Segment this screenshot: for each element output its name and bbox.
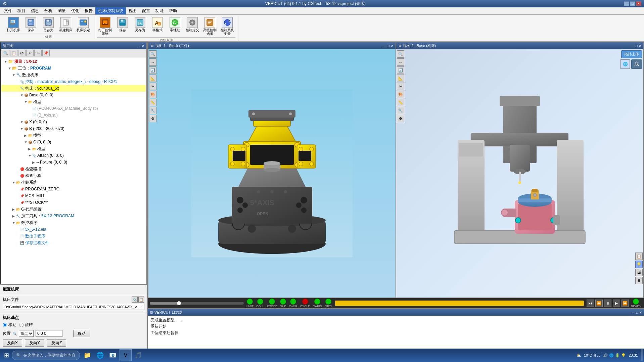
tree-undo-button[interactable]: ↩ [26, 50, 34, 56]
tree-item-check-run[interactable]: 🔴 检查行程 [1, 172, 146, 179]
tree-item-project[interactable]: ▼ 📁 项目：5X-12 [1, 58, 146, 65]
move-radio-input[interactable] [3, 323, 7, 327]
tree-item-subprog[interactable]: 📄 数控子程序 [1, 233, 146, 239]
tree-expander-base[interactable]: ▼ [20, 93, 24, 98]
view1-tb-btn6[interactable]: 🎨 [149, 91, 156, 98]
tree-expander-tools[interactable]: ▶ [12, 214, 16, 219]
tree-item-caxis[interactable]: ▼ 📦 C (0, 0, 0) [1, 139, 146, 145]
view2-right-btn2[interactable]: 💡 [635, 261, 643, 268]
tree-item-xaxis[interactable]: ▼ 📦 X (0, 0, 0) [1, 119, 146, 125]
view1-tb-btn3[interactable]: 🔄 [149, 66, 156, 74]
view1-tb-btn4[interactable]: 📐 [149, 75, 156, 82]
view2-tb-btn4[interactable]: 📐 [397, 75, 404, 82]
tree-item-fixture[interactable]: ▶ ⇒ Fixture (0, 0, 0) [1, 159, 146, 166]
tree-item-nc-programs[interactable]: ▼ 📂 数控程序 [1, 219, 146, 226]
tree-item-machine-ref[interactable]: 🔧 机床：vcu400a_5x [1, 85, 146, 92]
tree-item-program-zero[interactable]: 📌 PROGRAM_ZERO [1, 186, 146, 192]
tree-expander-nc[interactable]: ▼ [12, 220, 16, 225]
taskbar-app4[interactable]: V [120, 349, 132, 361]
menu-analysis[interactable]: 分析 [42, 7, 55, 14]
tree-toolbar-btn3[interactable]: 🗂 [18, 50, 26, 56]
tree-expander-xaxis[interactable]: ▼ [20, 120, 24, 125]
open-control-button[interactable]: 打开控制系统 [97, 16, 113, 37]
tree-item-gcode[interactable]: ▶ 📂 G-代码编置 [1, 206, 146, 213]
start-button[interactable]: ⊞ [1, 350, 12, 360]
play-button[interactable]: ▶ [613, 300, 620, 307]
rewind-to-start-button[interactable]: ⏮ [587, 300, 594, 307]
menu-config[interactable]: 配置 [139, 7, 153, 14]
position-value-input[interactable] [36, 330, 62, 337]
tree-expander-cnc[interactable]: ▼ [12, 73, 16, 78]
move-apply-button[interactable]: 移动 [73, 330, 90, 337]
view2-bottom-corner-btn[interactable]: 底 [631, 59, 642, 69]
tree-expander-gcode[interactable]: ▶ [12, 207, 16, 212]
tree-item-cnc[interactable]: ▼ 🔧 数控机床 [1, 72, 146, 78]
view2-tb-btn6[interactable]: 🎨 [397, 91, 404, 98]
machine-file-add-button[interactable]: 📎 [132, 297, 138, 303]
view1-maximize-icon[interactable]: □ [388, 44, 390, 48]
view2-tb-btn5[interactable]: ✂ [397, 83, 404, 90]
view1-tb-btn8[interactable]: 🔧 [149, 107, 156, 114]
tree-expander-fixture[interactable]: ▶ [32, 160, 36, 165]
taskbar-app2[interactable]: 🌐 [94, 349, 106, 361]
view2-tb-btn8[interactable]: 🔧 [397, 107, 404, 114]
menu-machine-control[interactable]: 机床/控制系统 [95, 7, 126, 14]
search-bar[interactable]: 🔍 在这里输入，你要搜索的内容 [12, 351, 80, 360]
maximize-button[interactable]: □ [630, 1, 635, 6]
tree-expander-models[interactable]: ▼ [24, 99, 28, 104]
tree-extra-button[interactable]: 📌 [42, 50, 50, 56]
machine-file-extra-button[interactable]: 📋 [138, 297, 144, 303]
view2-minimize-icon[interactable]: — [631, 44, 635, 48]
tree-expander-project[interactable]: ▼ [4, 59, 8, 64]
project-tree-content[interactable]: ▼ 📁 项目：5X-12 ▼ 📂 工位：PROGRAM ▼ [1, 57, 146, 284]
tree-item-tools[interactable]: ▶ 🔧 加工刀具：5X-12-PROGRAM [1, 213, 146, 219]
view2-right-btn3[interactable]: 🖼 [635, 269, 643, 276]
view2-right-btn4[interactable]: 🗑 [635, 277, 643, 284]
tree-item-collision[interactable]: 🔴 检查碰撞 [1, 166, 146, 172]
view1-tb-btn2[interactable]: ↔ [149, 58, 156, 66]
view2-tb-btn3[interactable]: 🔄 [397, 66, 404, 74]
menu-report[interactable]: 报告 [82, 7, 95, 14]
view1-tb-btn9[interactable]: ⚙ [149, 115, 156, 122]
reverse-y-button[interactable]: 反向Y [25, 339, 44, 347]
tree-item-coord[interactable]: ▼ 📂 坐标系统 [1, 179, 146, 186]
view2-tb-btn1[interactable]: 🔍 [397, 50, 404, 58]
tree-item-baxis[interactable]: ▼ 📦 B (-200, -200, -670) [1, 125, 146, 132]
fast-forward-button[interactable]: ⏩ [622, 300, 629, 307]
view1-minimize-icon[interactable]: — [383, 44, 387, 48]
rotate-radio[interactable]: 旋转 [19, 322, 33, 328]
view1-tb-btn7[interactable]: 📏 [149, 99, 156, 106]
tree-item-save-process[interactable]: 💾 保存过程文件 [1, 239, 146, 246]
tree-close-icon[interactable]: ✕ [142, 44, 144, 48]
tree-expander-attach[interactable]: ▼ [28, 153, 32, 158]
tree-toolbar-btn2[interactable]: 📋 [10, 50, 17, 56]
ctrl-saveas-button[interactable]: SA 另存为 [132, 16, 148, 37]
view2-tb-btn7[interactable]: 📏 [397, 99, 404, 106]
menu-function[interactable]: 功能 [153, 7, 166, 14]
log-maximize-icon[interactable]: □ [636, 311, 638, 314]
playback-slider-container[interactable] [150, 302, 244, 305]
view2-close-icon[interactable]: ✕ [639, 44, 641, 48]
tree-expander-caxis[interactable]: ▼ [24, 140, 28, 145]
ctrl-settings-button[interactable]: 控制定义 [184, 16, 200, 37]
menu-info[interactable]: 信息 [28, 7, 42, 14]
tree-item-workorder[interactable]: ▼ 📂 工位：PROGRAM [1, 65, 146, 72]
machine-settings-button[interactable]: 机床设定 [75, 16, 91, 33]
menu-optimize[interactable]: 优化 [68, 7, 82, 14]
saveas-machine-button[interactable]: 另存 另存为 [40, 16, 56, 33]
tree-item-model-baxis[interactable]: 📄 (B_Axis.stl) [1, 112, 146, 119]
tree-item-nc-file[interactable]: 📄 5x_5-12.eia [1, 226, 146, 233]
view1-content[interactable]: 5*AXIS OPEN [148, 49, 396, 298]
view1-tb-btn1[interactable]: 🔍 [149, 50, 156, 58]
view2-tb-btn2[interactable]: ↔ [397, 58, 404, 66]
tree-item-c-model[interactable]: ▶ 📂 模型 [1, 145, 146, 152]
tree-expander-coord[interactable]: ▼ [12, 180, 16, 185]
view2-content[interactable]: 拓扑上传 🌐 底 🔍 ↔ 🔄 📐 [396, 49, 643, 298]
pause-button[interactable]: ⏸ [604, 300, 611, 307]
log-close-icon[interactable]: ✕ [639, 311, 642, 314]
advanced-ctrl-button[interactable]: 高级控制选项 [202, 16, 218, 37]
playback-slider-thumb[interactable] [177, 301, 181, 305]
tree-item-base[interactable]: ▼ 📦 Base (0, 0, 0) [1, 92, 146, 98]
new-machine-button[interactable]: 新建机床 [58, 16, 74, 33]
tree-item-model-body[interactable]: 📄 (VCU400A-5X_Machine_Body.stl) [1, 105, 146, 112]
